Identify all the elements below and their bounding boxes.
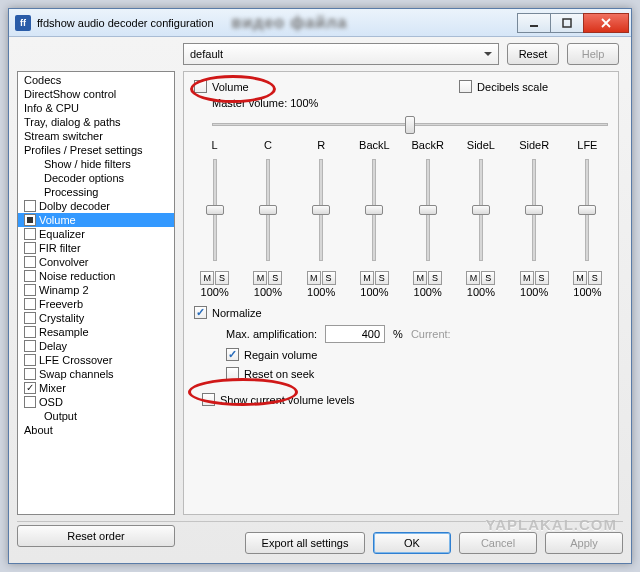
solo-button-c[interactable]: S — [268, 271, 282, 285]
tree-item-checkbox[interactable] — [24, 312, 36, 324]
master-slider-thumb[interactable] — [405, 116, 415, 134]
mute-button-sider[interactable]: M — [520, 271, 534, 285]
tree-item-freeverb[interactable]: Freeverb — [18, 297, 174, 311]
volume-enable-checkbox[interactable] — [194, 80, 207, 93]
channel-slider-backr[interactable] — [418, 155, 438, 265]
tree-item-convolver[interactable]: Convolver — [18, 255, 174, 269]
minimize-button[interactable] — [517, 13, 551, 33]
channel-slider-l[interactable] — [205, 155, 225, 265]
ok-button[interactable]: OK — [373, 532, 451, 554]
tree-item-label: Dolby decoder — [39, 200, 110, 212]
solo-button-backr[interactable]: S — [428, 271, 442, 285]
tree-item-checkbox[interactable] — [24, 214, 36, 226]
master-volume-slider[interactable] — [212, 113, 608, 135]
help-button[interactable]: Help — [567, 43, 619, 65]
channel-slider-thumb[interactable] — [578, 205, 596, 215]
channel-slider-sidel[interactable] — [471, 155, 491, 265]
mute-button-l[interactable]: M — [200, 271, 214, 285]
tree-item-codecs[interactable]: Codecs — [18, 73, 174, 87]
preset-dropdown[interactable]: default — [183, 43, 499, 65]
mute-button-backr[interactable]: M — [413, 271, 427, 285]
channel-slider-thumb[interactable] — [419, 205, 437, 215]
cancel-button[interactable]: Cancel — [459, 532, 537, 554]
tree-item-tray-dialog-paths[interactable]: Tray, dialog & paths — [18, 115, 174, 129]
app-window: ff ffdshow audio decoder configuration в… — [8, 8, 632, 564]
tree-item-processing[interactable]: Processing — [18, 185, 174, 199]
channel-slider-backl[interactable] — [364, 155, 384, 265]
channel-slider-c[interactable] — [258, 155, 278, 265]
mute-button-sidel[interactable]: M — [466, 271, 480, 285]
tree-item-checkbox[interactable] — [24, 298, 36, 310]
tree-item-checkbox[interactable] — [24, 242, 36, 254]
channel-slider-r[interactable] — [311, 155, 331, 265]
settings-tree[interactable]: CodecsDirectShow controlInfo & CPUTray, … — [18, 72, 174, 512]
tree-item-directshow-control[interactable]: DirectShow control — [18, 87, 174, 101]
tree-item-checkbox[interactable] — [24, 326, 36, 338]
tree-item-checkbox[interactable] — [24, 228, 36, 240]
channel-slider-thumb[interactable] — [312, 205, 330, 215]
solo-button-r[interactable]: S — [322, 271, 336, 285]
tree-item-checkbox[interactable] — [24, 396, 36, 408]
tree-item-checkbox[interactable] — [24, 368, 36, 380]
regain-volume-checkbox[interactable] — [226, 348, 239, 361]
tree-item-checkbox[interactable] — [24, 382, 36, 394]
channel-slider-thumb[interactable] — [206, 205, 224, 215]
apply-button[interactable]: Apply — [545, 532, 623, 554]
tree-item-checkbox[interactable] — [24, 200, 36, 212]
tree-item-noise-reduction[interactable]: Noise reduction — [18, 269, 174, 283]
tree-item-volume[interactable]: Volume — [18, 213, 174, 227]
normalize-checkbox[interactable] — [194, 306, 207, 319]
tree-item-fir-filter[interactable]: FIR filter — [18, 241, 174, 255]
tree-item-label: Show / hide filters — [44, 158, 131, 170]
tree-item-equalizer[interactable]: Equalizer — [18, 227, 174, 241]
solo-button-l[interactable]: S — [215, 271, 229, 285]
tree-item-about[interactable]: About — [18, 423, 174, 437]
tree-item-osd[interactable]: OSD — [18, 395, 174, 409]
maximize-button[interactable] — [550, 13, 584, 33]
solo-button-sider[interactable]: S — [535, 271, 549, 285]
tree-item-checkbox[interactable] — [24, 256, 36, 268]
tree-item-profiles-preset-settings[interactable]: Profiles / Preset settings — [18, 143, 174, 157]
tree-item-swap-channels[interactable]: Swap channels — [18, 367, 174, 381]
tree-item-output[interactable]: Output — [18, 409, 174, 423]
tree-item-delay[interactable]: Delay — [18, 339, 174, 353]
tree-item-dolby-decoder[interactable]: Dolby decoder — [18, 199, 174, 213]
show-levels-checkbox[interactable] — [202, 393, 215, 406]
tree-item-winamp-2[interactable]: Winamp 2 — [18, 283, 174, 297]
channel-slider-thumb[interactable] — [365, 205, 383, 215]
tree-item-info-cpu[interactable]: Info & CPU — [18, 101, 174, 115]
tree-item-checkbox[interactable] — [24, 354, 36, 366]
reset-seek-checkbox[interactable] — [226, 367, 239, 380]
channel-percent-backl: 100% — [360, 286, 388, 298]
tree-item-label: Mixer — [39, 382, 66, 394]
solo-button-sidel[interactable]: S — [481, 271, 495, 285]
solo-button-lfe[interactable]: S — [588, 271, 602, 285]
channel-slider-thumb[interactable] — [525, 205, 543, 215]
tree-item-checkbox[interactable] — [24, 284, 36, 296]
max-amp-input[interactable]: 400 — [325, 325, 385, 343]
reset-button[interactable]: Reset — [507, 43, 559, 65]
solo-button-backl[interactable]: S — [375, 271, 389, 285]
mute-button-lfe[interactable]: M — [573, 271, 587, 285]
channel-slider-lfe[interactable] — [577, 155, 597, 265]
mute-button-r[interactable]: M — [307, 271, 321, 285]
mute-button-c[interactable]: M — [253, 271, 267, 285]
tree-item-resample[interactable]: Resample — [18, 325, 174, 339]
tree-item-decoder-options[interactable]: Decoder options — [18, 171, 174, 185]
decibels-checkbox[interactable] — [459, 80, 472, 93]
titlebar[interactable]: ff ffdshow audio decoder configuration в… — [9, 9, 631, 37]
export-settings-button[interactable]: Export all settings — [245, 532, 365, 554]
tree-item-checkbox[interactable] — [24, 340, 36, 352]
tree-item-crystality[interactable]: Crystality — [18, 311, 174, 325]
mute-button-backl[interactable]: M — [360, 271, 374, 285]
tree-item-lfe-crossover[interactable]: LFE Crossover — [18, 353, 174, 367]
tree-item-checkbox[interactable] — [24, 270, 36, 282]
channel-slider-thumb[interactable] — [259, 205, 277, 215]
tree-item-mixer[interactable]: Mixer — [18, 381, 174, 395]
tree-item-show-hide-filters[interactable]: Show / hide filters — [18, 157, 174, 171]
channel-slider-thumb[interactable] — [472, 205, 490, 215]
channel-slider-sider[interactable] — [524, 155, 544, 265]
close-button[interactable] — [583, 13, 629, 33]
tree-item-stream-switcher[interactable]: Stream switcher — [18, 129, 174, 143]
svg-rect-1 — [563, 19, 571, 27]
